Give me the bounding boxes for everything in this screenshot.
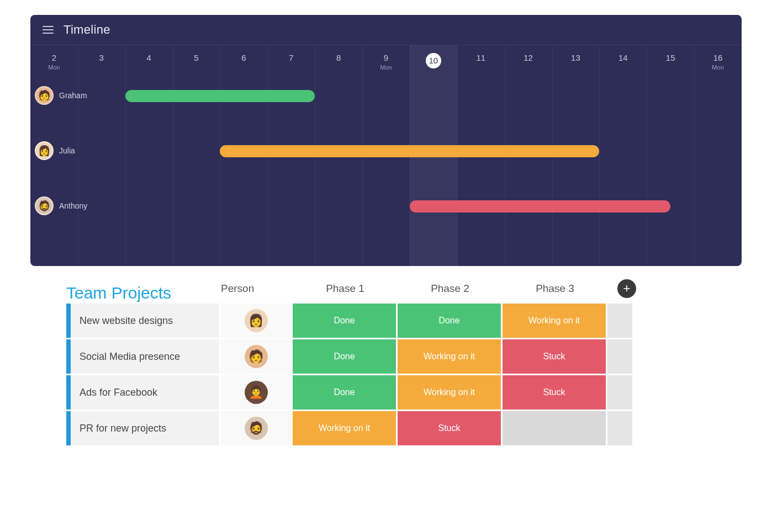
person-cell[interactable]: 👩 <box>221 304 293 338</box>
phase-status-cell[interactable]: Done <box>293 339 398 374</box>
date-cell[interactable]: 6 <box>220 53 267 71</box>
phase-status-cell[interactable]: Working on it <box>293 411 398 445</box>
avatar: 🧔 <box>35 196 54 215</box>
avatar: 🧔 <box>245 417 268 440</box>
row-tail <box>607 375 632 409</box>
date-day-label: Mon <box>694 64 742 71</box>
menu-icon[interactable] <box>43 26 54 34</box>
date-cell[interactable]: 11 <box>457 53 505 71</box>
phase-status-cell[interactable]: Working on it <box>398 339 503 374</box>
date-number: 14 <box>618 53 628 62</box>
table-row: New website designs👩DoneDoneWorking on i… <box>66 304 706 338</box>
avatar: 👩 <box>245 309 268 332</box>
person-name: Anthony <box>59 201 87 210</box>
table-title: Team Projects <box>66 284 221 302</box>
timeline-bar[interactable] <box>220 145 599 157</box>
project-name-cell[interactable]: PR for new projects <box>71 411 221 445</box>
timeline-person[interactable]: 🧔Anthony <box>35 196 87 215</box>
timeline-header: Timeline <box>30 15 742 45</box>
table-row: PR for new projects🧔Working on itStuck <box>66 411 706 445</box>
timeline-person[interactable]: 🧑Graham <box>35 86 87 105</box>
person-cell[interactable]: 🧑‍🦱 <box>221 375 293 409</box>
person-cell[interactable]: 🧑 <box>221 339 293 374</box>
date-cell[interactable]: 10 <box>410 53 457 71</box>
date-cell[interactable]: 15 <box>647 53 694 71</box>
date-day-label: Mon <box>30 64 78 71</box>
date-number: 2 <box>52 53 56 62</box>
timeline-bar[interactable] <box>125 90 315 102</box>
table-header: PersonPhase 1Phase 2Phase 3+ <box>221 276 706 304</box>
row-tail <box>607 411 632 445</box>
timeline-bar[interactable] <box>410 200 670 212</box>
avatar: 🧑 <box>245 345 268 368</box>
date-number: 9 <box>384 53 388 62</box>
avatar: 👩 <box>35 141 54 160</box>
column-header[interactable]: Phase 2 <box>398 283 503 295</box>
date-cell[interactable]: 7 <box>267 53 315 71</box>
phase-status-cell[interactable]: Done <box>293 304 398 338</box>
row-accent-bar <box>66 375 71 409</box>
project-name-cell[interactable]: Ads for Facebook <box>71 375 221 409</box>
date-number: 8 <box>336 53 341 62</box>
timeline-person[interactable]: 👩Julia <box>35 141 75 160</box>
avatar: 🧑 <box>35 86 54 105</box>
plus-icon: + <box>623 281 631 296</box>
date-number: 16 <box>713 53 723 62</box>
add-column-button[interactable]: + <box>617 279 636 298</box>
phase-status-cell[interactable]: Working on it <box>503 304 607 338</box>
timeline-card: Timeline 2Mon3456789Mon10111213141516Mon… <box>30 15 742 266</box>
date-cell[interactable]: 3 <box>78 53 125 71</box>
phase-status-cell[interactable]: Done <box>293 375 398 409</box>
timeline-date-axis: 2Mon3456789Mon10111213141516Mon <box>30 45 742 81</box>
date-number: 5 <box>194 53 198 62</box>
row-tail <box>607 339 632 374</box>
column-header[interactable]: Phase 3 <box>503 283 607 295</box>
avatar: 🧑‍🦱 <box>245 381 268 404</box>
date-cell[interactable]: 13 <box>552 53 600 71</box>
row-accent-bar <box>66 304 71 338</box>
timeline-row: 🧔Anthony <box>30 191 742 246</box>
date-cell[interactable]: 16Mon <box>694 53 742 71</box>
date-cell[interactable]: 14 <box>599 53 647 71</box>
date-number: 13 <box>571 53 580 62</box>
date-day-label: Mon <box>362 64 410 71</box>
date-number: 11 <box>476 53 485 62</box>
person-name: Julia <box>59 146 75 155</box>
date-cell[interactable]: 12 <box>505 53 552 71</box>
phase-status-cell[interactable]: Working on it <box>398 375 503 409</box>
date-number: 3 <box>99 53 104 62</box>
phase-status-cell[interactable]: Stuck <box>503 375 607 409</box>
row-accent-bar <box>66 411 71 445</box>
date-cell[interactable]: 9Mon <box>362 53 410 71</box>
timeline-body: 2Mon3456789Mon10111213141516Mon 🧑Graham👩… <box>30 45 742 266</box>
date-today: 10 <box>426 53 441 68</box>
person-name: Graham <box>59 91 87 100</box>
phase-status-cell[interactable]: Stuck <box>503 339 607 374</box>
timeline-row: 👩Julia <box>30 136 742 191</box>
column-header[interactable]: Person <box>221 283 293 295</box>
phase-status-cell[interactable]: Stuck <box>398 411 503 445</box>
table-row: Social Media presence🧑DoneWorking on itS… <box>66 339 706 374</box>
timeline-row: 🧑Graham <box>30 81 742 136</box>
phase-status-cell[interactable]: Done <box>398 304 503 338</box>
phase-status-cell[interactable] <box>503 411 607 445</box>
project-name-cell[interactable]: New website designs <box>71 304 221 338</box>
date-number: 15 <box>666 53 675 62</box>
column-header[interactable]: Phase 1 <box>293 283 398 295</box>
row-tail <box>607 304 632 338</box>
date-cell[interactable]: 4 <box>125 53 173 71</box>
date-cell[interactable]: 5 <box>173 53 220 71</box>
date-number: 7 <box>289 53 293 62</box>
person-cell[interactable]: 🧔 <box>221 411 293 445</box>
timeline-title: Timeline <box>64 23 110 37</box>
team-projects-section: Team Projects PersonPhase 1Phase 2Phase … <box>66 276 706 445</box>
row-accent-bar <box>66 339 71 374</box>
table-row: Ads for Facebook🧑‍🦱DoneWorking on itStuc… <box>66 375 706 409</box>
project-name-cell[interactable]: Social Media presence <box>71 339 221 374</box>
date-number: 6 <box>241 53 246 62</box>
date-cell[interactable]: 2Mon <box>30 53 78 71</box>
date-number: 4 <box>146 53 151 62</box>
date-cell[interactable]: 8 <box>315 53 362 71</box>
date-number: 12 <box>524 53 533 62</box>
